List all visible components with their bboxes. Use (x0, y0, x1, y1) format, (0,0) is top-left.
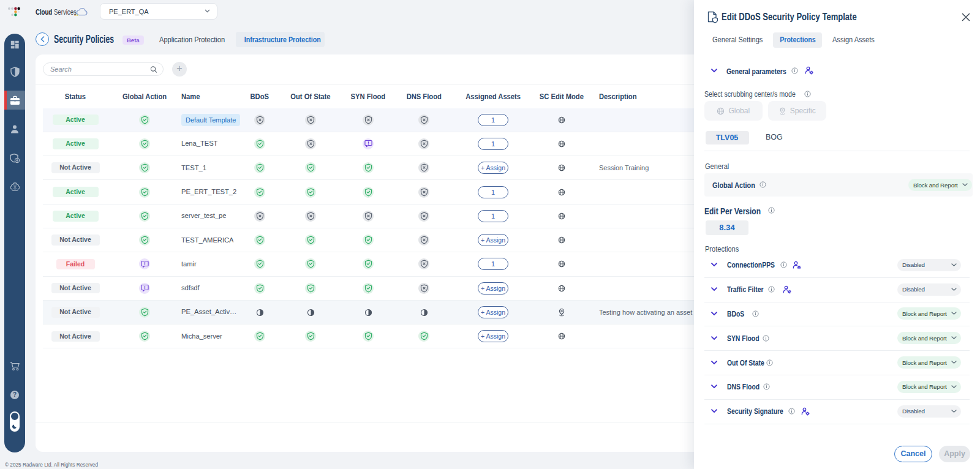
svg-text:?: ? (13, 391, 17, 398)
